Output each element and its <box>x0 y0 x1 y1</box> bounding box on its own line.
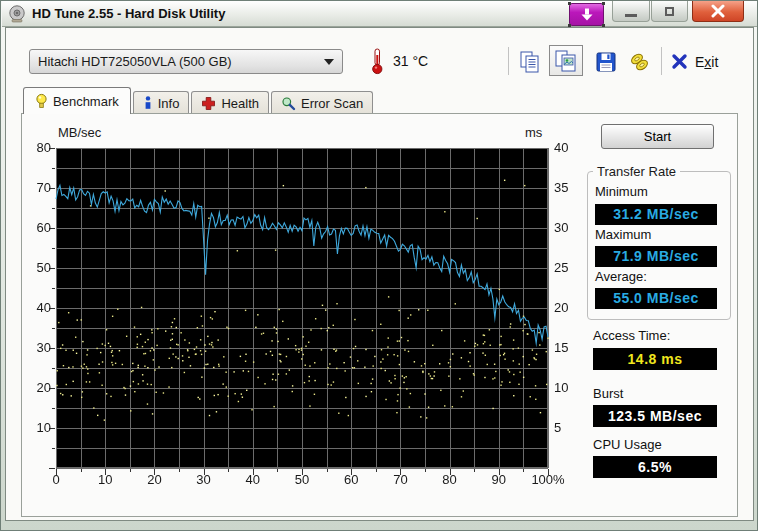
options-icon <box>628 50 652 74</box>
tab-error-scan[interactable]: Error Scan <box>271 91 373 114</box>
x-tick-label: 70 <box>380 472 420 487</box>
y-left-tick-label: 50 <box>21 260 51 275</box>
close-button[interactable] <box>692 1 744 22</box>
save-button[interactable] <box>591 47 621 76</box>
x-tick-label: 20 <box>134 472 174 487</box>
x-tick-label: 40 <box>233 472 273 487</box>
maximize-button[interactable] <box>651 1 688 22</box>
y-left-tick-label: 20 <box>21 380 51 395</box>
tab-bar: Benchmark Info Health Error Scan <box>23 87 373 114</box>
hard-disk-app-icon <box>8 5 26 23</box>
y-right-tick-label: 35 <box>554 180 568 195</box>
magnifier-icon <box>281 96 296 111</box>
drive-selector-value: Hitachi HDT725050VLA (500 GB) <box>38 54 318 69</box>
average-value: 55.0 MB/sec <box>595 288 717 309</box>
red-cross-icon <box>201 96 216 111</box>
burst-value: 123.5 MB/sec <box>593 405 717 427</box>
toolbar-separator <box>508 47 509 75</box>
tab-info[interactable]: Info <box>133 91 190 114</box>
thermometer-icon <box>369 48 385 75</box>
copy-screenshot-icon <box>554 49 578 73</box>
minimize-button[interactable] <box>612 1 650 22</box>
cpu-usage-label: CPU Usage <box>593 437 662 452</box>
burst-label: Burst <box>593 386 623 401</box>
y-right-axis-label: ms <box>525 125 542 140</box>
save-icon <box>595 51 617 73</box>
copy-icon <box>519 50 541 74</box>
y-left-tick-label: 70 <box>21 180 51 195</box>
tab-benchmark[interactable]: Benchmark <box>23 87 131 114</box>
maximize-icon <box>665 7 674 16</box>
y-left-tick-label: 40 <box>21 300 51 315</box>
x-tick-label: 60 <box>331 472 371 487</box>
minimum-label: Minimum <box>595 184 648 199</box>
drive-selector-dropdown[interactable]: Hitachi HDT725050VLA (500 GB) <box>29 49 343 74</box>
minimize-icon <box>625 14 637 17</box>
benchmark-chart <box>46 141 556 481</box>
y-right-tick-label: 10 <box>554 380 568 395</box>
dropdown-arrow-icon <box>324 59 334 65</box>
copy-button[interactable] <box>515 47 545 76</box>
y-left-tick-label: 60 <box>21 220 51 235</box>
toolbar-separator <box>661 47 662 75</box>
x-tick-label: 90 <box>479 472 519 487</box>
y-right-tick-label: 20 <box>554 300 568 315</box>
x-tick-label: 50 <box>282 472 322 487</box>
y-left-axis-label: MB/sec <box>58 125 101 140</box>
transfer-rate-group-label: Transfer Rate <box>593 164 680 179</box>
y-right-tick-label: 25 <box>554 260 568 275</box>
access-time-label: Access Time: <box>593 328 670 343</box>
title-bar: HD Tune 2.55 - Hard Disk Utility <box>2 1 758 27</box>
close-icon <box>711 4 725 18</box>
selection-handle <box>602 2 605 5</box>
minimum-value: 31.2 MB/sec <box>595 204 717 225</box>
options-button[interactable] <box>625 47 655 76</box>
x-tick-label: 10 <box>85 472 125 487</box>
tab-label: Health <box>221 96 259 111</box>
tab-label: Info <box>158 96 180 111</box>
download-arrow-capture-button[interactable] <box>569 3 604 26</box>
window-title: HD Tune 2.55 - Hard Disk Utility <box>32 1 225 26</box>
y-right-tick-label: 40 <box>554 140 568 155</box>
x-tick-label: 100% <box>528 472 568 487</box>
download-arrow-icon <box>579 7 595 23</box>
info-icon <box>143 96 153 111</box>
maximum-label: Maximum <box>595 227 651 242</box>
exit-button[interactable]: Exit <box>671 47 718 76</box>
x-tick-label: 80 <box>430 472 470 487</box>
tab-health[interactable]: Health <box>191 91 269 114</box>
maximum-value: 71.9 MB/sec <box>595 246 717 267</box>
lightbulb-icon <box>35 93 48 109</box>
y-left-tick-label: 10 <box>21 420 51 435</box>
y-left-tick-label: 30 <box>21 340 51 355</box>
selection-handle <box>568 2 571 5</box>
x-tick-label: 30 <box>184 472 224 487</box>
tab-label: Error Scan <box>301 96 363 111</box>
y-right-tick-label: 5 <box>554 420 561 435</box>
access-time-value: 14.8 ms <box>593 348 717 370</box>
y-left-tick-label: 80 <box>21 140 51 155</box>
cpu-usage-value: 6.5% <box>593 456 717 478</box>
temperature-value: 31 °C <box>393 53 428 69</box>
exit-label: Exit <box>695 54 718 70</box>
y-right-tick-label: 15 <box>554 340 568 355</box>
exit-x-icon <box>671 53 688 70</box>
average-label: Average: <box>595 269 647 284</box>
tab-label: Benchmark <box>53 94 119 109</box>
app-window: HD Tune 2.55 - Hard Disk Utility Hitachi <box>0 0 758 531</box>
x-tick-label: 0 <box>36 472 76 487</box>
copy-screenshot-button[interactable] <box>549 45 583 76</box>
y-right-tick-label: 30 <box>554 220 568 235</box>
start-button[interactable]: Start <box>601 124 714 149</box>
